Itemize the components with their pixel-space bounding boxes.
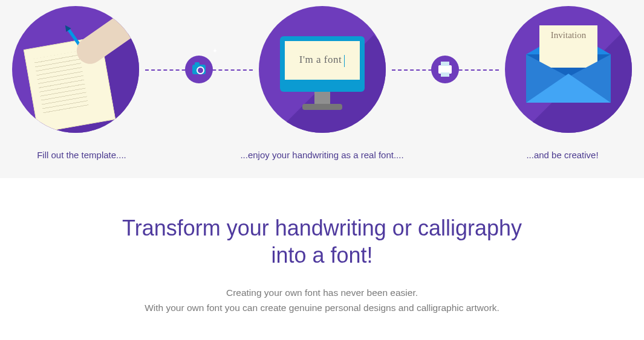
step3-illustration-envelope: Invitation [505,6,632,133]
sub-line-2: With your own font you can create genuin… [24,301,620,316]
steps-row: ✦ I'm a font [12,6,632,133]
headline-section: Transform your handwriting or calligraph… [0,178,644,334]
envelope-icon: Invitation [526,42,611,103]
camera-icon: ✦ [185,56,213,83]
connector-2 [386,54,506,85]
monitor-sample-text: I'm a font [299,54,345,66]
step1-illustration-handwriting [12,6,139,133]
step2-illustration-monitor: I'm a font [259,6,386,133]
printer-icon [431,56,459,83]
step3-caption: ...and be creative! [493,150,632,160]
sub-line-1: Creating your own font has never been ea… [24,286,620,301]
invitation-card-text: Invitation [551,30,586,40]
step2-caption: ...enjoy your handwriting as a real font… [151,150,493,160]
process-steps-banner: ✦ I'm a font [0,0,644,178]
connector-1: ✦ [139,54,259,85]
step1-caption: Fill out the template.... [12,150,151,160]
page-headline: Transform your handwriting or calligraph… [111,214,534,269]
step-captions-row: Fill out the template.... ...enjoy your … [12,150,632,160]
monitor-icon: I'm a font [280,36,365,92]
